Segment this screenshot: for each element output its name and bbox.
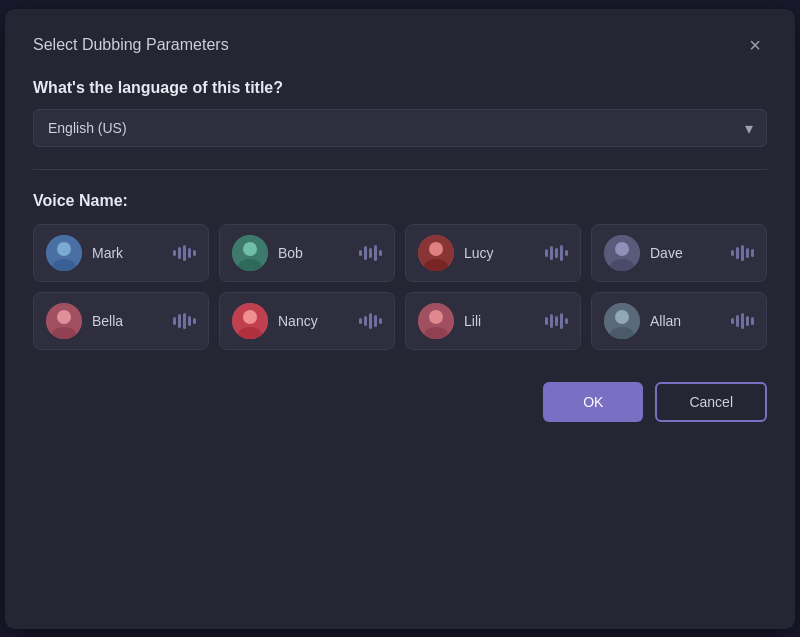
wave-icon-lili [545,312,568,330]
voice-card-dave[interactable]: Dave [591,224,767,282]
voice-section-label: Voice Name: [33,192,767,210]
language-select-wrapper: English (US) Spanish French German Japan… [33,109,767,147]
voice-name-lili: Lili [464,313,535,329]
language-question: What's the language of this title? [33,79,767,97]
close-button[interactable]: × [743,33,767,57]
voice-name-mark: Mark [92,245,163,261]
voice-grid: Mark Bob [33,224,767,350]
section-divider [33,169,767,170]
voice-card-lili[interactable]: Lili [405,292,581,350]
avatar-bob [232,235,268,271]
svg-point-4 [243,242,257,256]
avatar-dave [604,235,640,271]
avatar-allan [604,303,640,339]
voice-card-lucy[interactable]: Lucy [405,224,581,282]
ok-button[interactable]: OK [543,382,643,422]
wave-icon-bob [359,244,382,262]
avatar-bella [46,303,82,339]
svg-point-13 [57,310,71,324]
voice-name-bob: Bob [278,245,349,261]
avatar-nancy [232,303,268,339]
voice-name-lucy: Lucy [464,245,535,261]
wave-icon-allan [731,312,754,330]
avatar-mark [46,235,82,271]
svg-point-19 [429,310,443,324]
voice-card-nancy[interactable]: Nancy [219,292,395,350]
voice-card-allan[interactable]: Allan [591,292,767,350]
voice-section: Voice Name: Mark [33,192,767,350]
wave-icon-dave [731,244,754,262]
language-select[interactable]: English (US) Spanish French German Japan… [33,109,767,147]
svg-point-16 [243,310,257,324]
voice-name-dave: Dave [650,245,721,261]
voice-card-bella[interactable]: Bella [33,292,209,350]
svg-point-1 [57,242,71,256]
wave-icon-lucy [545,244,568,262]
language-section: What's the language of this title? Engli… [33,79,767,147]
svg-point-10 [615,242,629,256]
wave-icon-mark [173,244,196,262]
svg-point-22 [615,310,629,324]
wave-icon-bella [173,312,196,330]
dialog-header: Select Dubbing Parameters × [33,33,767,57]
avatar-lili [418,303,454,339]
voice-name-nancy: Nancy [278,313,349,329]
dubbing-parameters-dialog: Select Dubbing Parameters × What's the l… [5,9,795,629]
voice-card-mark[interactable]: Mark [33,224,209,282]
cancel-button[interactable]: Cancel [655,382,767,422]
voice-name-allan: Allan [650,313,721,329]
voice-card-bob[interactable]: Bob [219,224,395,282]
avatar-lucy [418,235,454,271]
svg-point-7 [429,242,443,256]
voice-name-bella: Bella [92,313,163,329]
dialog-title: Select Dubbing Parameters [33,36,229,54]
dialog-footer: OK Cancel [33,382,767,422]
wave-icon-nancy [359,312,382,330]
